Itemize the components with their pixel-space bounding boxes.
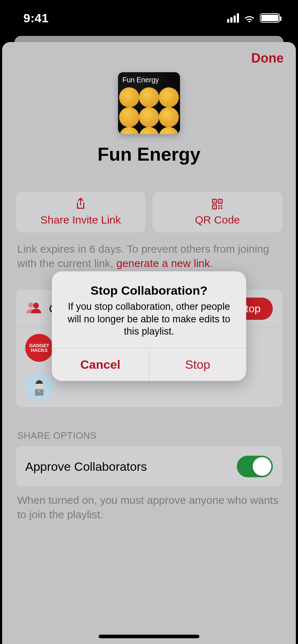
alert-stop-button[interactable]: Stop bbox=[149, 348, 247, 381]
alert-message: If you stop collaboration, other people … bbox=[63, 300, 235, 338]
alert-cancel-button[interactable]: Cancel bbox=[52, 348, 149, 381]
alert-title: Stop Collaboration? bbox=[63, 284, 235, 298]
stop-collaboration-alert: Stop Collaboration? If you stop collabor… bbox=[52, 271, 246, 381]
